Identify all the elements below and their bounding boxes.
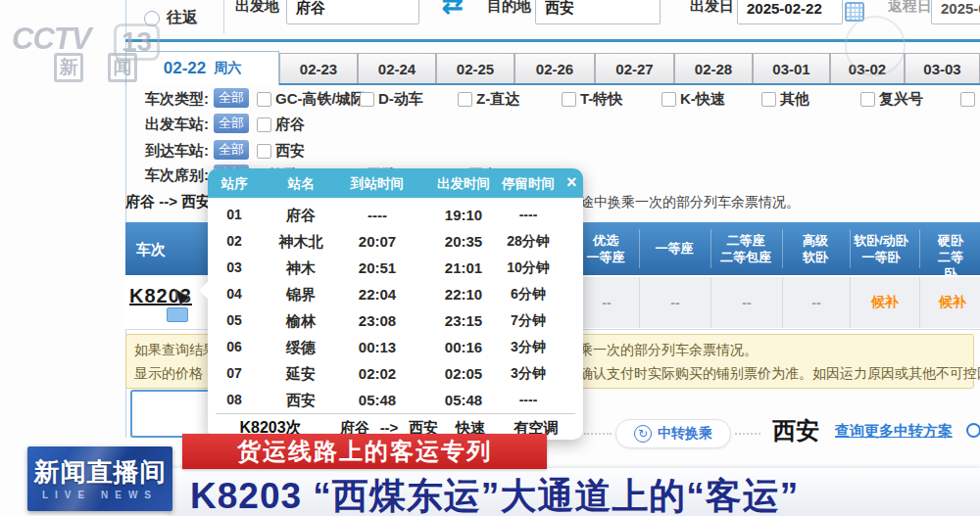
station-depart: 22:10 (445, 286, 482, 303)
channel-logo-text: CCTV (12, 22, 90, 57)
checkbox-clipped[interactable] (960, 92, 975, 107)
station-stop: 28分钟 (507, 233, 550, 251)
tab-date-9[interactable]: 03-03 (905, 53, 980, 84)
station-arrive: 22:04 (359, 286, 396, 303)
program-subtitle: LIVE NEWS (27, 490, 172, 500)
station-stop: ---- (519, 207, 538, 222)
tab-date-6[interactable]: 02-28 (674, 53, 753, 84)
popup-close-icon[interactable]: × (566, 172, 577, 193)
filter-arrive-station-label: 到达车站: (145, 142, 209, 161)
station-name: 绥德 (286, 339, 316, 357)
swap-stations-icon[interactable]: ⇄ (442, 0, 464, 20)
popup-col-seq: 站序 (221, 175, 248, 193)
label-fuxing: 复兴号 (879, 90, 923, 109)
station-name: 神木北 (279, 233, 323, 252)
header-sep (850, 229, 851, 268)
return-date-input[interactable]: 2025-0 (931, 0, 980, 24)
station-seq: 07 (226, 365, 242, 381)
tab-date-3[interactable]: 02-25 (436, 53, 514, 84)
header-sep (782, 229, 783, 268)
program-badge: 新闻直播间 LIVE NEWS (27, 446, 172, 511)
route-summary-left: 府谷 --> 西安 (125, 193, 211, 211)
station-seq: 01 (226, 207, 242, 222)
checkbox-gc[interactable] (257, 92, 271, 107)
from-input[interactable]: 府谷 (286, 0, 419, 24)
station-depart: 19:10 (445, 207, 482, 223)
filter-train-type-all-button[interactable]: 全部 (214, 88, 249, 108)
cell-premium-first: -- (573, 277, 639, 328)
tab-date-5[interactable]: 02-27 (595, 53, 674, 84)
station-depart: 23:15 (445, 312, 482, 329)
station-row: 04锦界22:0422:106分钟 (208, 281, 583, 307)
headline-bar: K8203 “西煤东运”大通道上的“客运” (169, 468, 980, 516)
checkbox-fugu[interactable] (257, 117, 271, 132)
train-badge (167, 307, 188, 322)
station-name: 锦界 (286, 286, 316, 305)
label-other: 其他 (780, 90, 809, 109)
label-t: T-特快 (580, 90, 622, 109)
notice-line2-right: 确认支付时实际购买的铺别票价为准。如因运力原因或其他不可控因素导 (579, 365, 980, 383)
header-sep (710, 229, 711, 268)
station-stop: 3分钟 (511, 365, 546, 383)
cell-hard-sleeper-waitlist[interactable]: 候补 (919, 277, 980, 328)
label-gc: GC-高铁/城际 (275, 90, 366, 109)
checkbox-t[interactable] (562, 92, 576, 107)
topic-text: 货运线路上的客运专列 (237, 436, 492, 467)
filter-depart-all-button[interactable]: 全部 (214, 114, 249, 133)
label-z: Z-直达 (476, 90, 519, 109)
depart-date-input[interactable]: 2025-02-22 (737, 0, 843, 24)
station-depart: 02:05 (445, 365, 482, 382)
station-row: 06绥德00:1300:163分钟 (208, 334, 583, 360)
station-stop: 10分钟 (507, 259, 550, 277)
station-arrive: 20:07 (359, 233, 396, 250)
station-arrive: 02:02 (359, 365, 396, 382)
station-stop: 6分钟 (511, 286, 546, 304)
tab-date-4[interactable]: 02-26 (514, 53, 595, 84)
col-first: 一等座 (656, 241, 694, 258)
header-sep (919, 229, 920, 268)
station-arrive: 20:51 (359, 259, 396, 276)
col-deluxe-soft: 高级 软卧 (803, 233, 828, 266)
transfer-dash-left (584, 433, 612, 435)
checkbox-fuxing[interactable] (860, 92, 875, 107)
popup-col-depart: 出发时间 (437, 175, 490, 193)
tab-date-7[interactable]: 03-01 (753, 53, 830, 84)
station-seq: 04 (226, 286, 242, 302)
checkbox-d[interactable] (360, 92, 374, 107)
filter-seat-class-label: 车次席别: (145, 166, 209, 185)
channel-name-char1: 新 (54, 53, 83, 82)
transfer-button[interactable]: ↻ 中转换乘 (615, 419, 731, 448)
station-stop: 3分钟 (511, 339, 546, 356)
checkbox-xian[interactable] (257, 144, 271, 159)
topic-banner: 货运线路上的客运专列 (182, 434, 547, 469)
tab-date-1[interactable]: 02-23 (279, 53, 358, 84)
stop-schedule-popup: 站序 站名 到站时间 出发时间 停留时间 × 01府谷----19:10----… (208, 168, 583, 440)
popup-col-stop: 停留时间 (502, 175, 555, 193)
station-depart: 21:01 (445, 259, 482, 276)
filter-depart-station-label: 出发车站: (145, 116, 209, 134)
header-sep (639, 229, 640, 268)
cell-first: -- (639, 277, 710, 328)
transfer-more-icon[interactable] (966, 423, 980, 438)
tab-date-2[interactable]: 02-24 (358, 53, 436, 84)
filter-arrive-all-button[interactable]: 全部 (214, 140, 249, 160)
station-name: 西安 (286, 392, 316, 410)
checkbox-other[interactable] (761, 92, 776, 107)
channel-name-char2: 闻 (108, 53, 137, 82)
tab-selected-date-text: 02-22 (164, 59, 206, 78)
to-input[interactable]: 西安 (535, 0, 661, 24)
route-summary-right: 途中换乘一次的部分列车余票情况。 (580, 194, 800, 211)
checkbox-k[interactable] (662, 92, 676, 107)
station-name: 神木 (286, 259, 316, 278)
station-seq: 03 (226, 259, 242, 275)
cell-second: -- (710, 277, 782, 328)
station-row: 08西安05:4805:48---- (208, 387, 583, 413)
checkbox-z[interactable] (458, 92, 472, 107)
headline-text: K8203 “西煤东运”大通道上的“客运” (190, 472, 799, 516)
station-row: 07延安02:0202:053分钟 (208, 360, 583, 387)
cell-deluxe-soft: -- (782, 277, 850, 328)
cell-soft-sleeper-waitlist[interactable]: 候补 (850, 277, 919, 328)
round-trip-label: 往返 (167, 8, 198, 28)
col-train: 车次 (136, 240, 166, 259)
transfer-more-link[interactable]: 查询更多中转方案 (835, 422, 953, 441)
